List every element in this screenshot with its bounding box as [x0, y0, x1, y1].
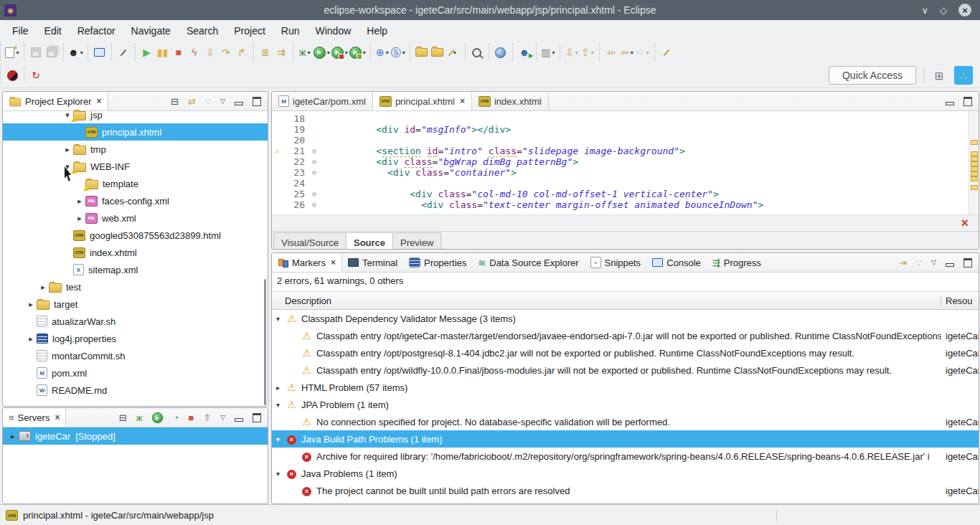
menu-file[interactable]: File — [4, 22, 37, 39]
tree-item-test[interactable]: ▸test — [3, 278, 268, 295]
tree-item-googled530875563d23899-html[interactable]: googled530875563d23899.html — [3, 227, 268, 244]
annotation-mark[interactable] — [971, 171, 978, 176]
web-browser-button[interactable] — [494, 44, 508, 60]
marker-row-4[interactable]: ▸⚠HTML Problem (57 items) — [272, 379, 979, 396]
marker-row-8[interactable]: ×Archive for required library: '/home/fa… — [272, 448, 979, 465]
page-tab-preview[interactable]: Preview — [392, 232, 441, 250]
tree-collapsed-icon[interactable]: ▸ — [25, 300, 37, 309]
marker-row-5[interactable]: ▾⚠JPA Problem (1 item) — [272, 396, 979, 413]
stop-server-icon[interactable]: ■ — [188, 413, 194, 422]
tree-item-faces-config-xml[interactable]: ▸faces-config.xml — [3, 192, 268, 209]
start-server-icon[interactable]: ▶ — [152, 412, 163, 422]
column-description[interactable]: Description — [272, 295, 941, 306]
next-annotation-dropdown-icon[interactable]: ▾ — [575, 49, 578, 56]
tree-collapsed-icon[interactable]: ▸ — [74, 214, 85, 223]
tree-item-readme-md[interactable]: WREADME.md — [3, 382, 268, 399]
import-button[interactable] — [415, 44, 429, 60]
forward-button[interactable]: ⇨▾ — [636, 44, 650, 60]
web-service-explorer-button[interactable]: ☻▶ — [517, 44, 532, 60]
pin-editor-button[interactable] — [659, 44, 674, 60]
correlate-icon[interactable]: ⇥ — [899, 258, 907, 268]
code-editor[interactable]: 1819 <div id="msgInfo"></div>20⚠21⊖ <sec… — [272, 111, 979, 214]
last-edit-location-button[interactable]: ⇦ — [604, 44, 618, 60]
column-layout-button[interactable]: ▥▾ — [541, 44, 555, 60]
tab-progress[interactable]: ⇶Progress — [707, 253, 767, 272]
tree-collapsed-icon[interactable]: ▸ — [25, 334, 37, 344]
menu-run[interactable]: Run — [273, 22, 308, 39]
fold-icon[interactable]: ⊖ — [308, 156, 320, 167]
tree-collapsed-icon[interactable]: ▸ — [37, 283, 49, 292]
open-console-button[interactable] — [93, 44, 107, 60]
menu-edit[interactable]: Edit — [37, 22, 70, 39]
coverage-button[interactable]: ▶▾ — [331, 44, 348, 60]
close-icon[interactable]: × — [55, 412, 60, 422]
server-item-igetecar[interactable]: ▸igeteCar[Stopped] — [3, 427, 268, 445]
fold-icon[interactable]: ⊖ — [308, 189, 320, 199]
debug-server-icon[interactable]: ж — [136, 413, 143, 422]
fold-icon[interactable]: ⊖ — [308, 146, 320, 156]
step-return-button[interactable]: ↱ — [235, 44, 249, 60]
view-menu-icon[interactable]: ▽ — [931, 260, 936, 266]
tab-terminal[interactable]: Terminal — [342, 253, 403, 272]
view-menu-icon[interactable]: ▽ — [220, 98, 225, 105]
tree-item-target[interactable]: ▸target — [3, 295, 268, 313]
tree-collapsed-icon[interactable]: ▸ — [7, 432, 19, 441]
view-menu-icon[interactable]: ▽ — [220, 415, 225, 421]
focus-icon[interactable]: ∵ — [916, 258, 922, 268]
page-tab-source[interactable]: Source — [346, 232, 393, 250]
back-dropdown-icon[interactable]: ▾ — [631, 49, 633, 56]
marker-row-9[interactable]: ▾×Java Problems (1 item) — [272, 465, 979, 482]
save-all-button[interactable] — [44, 44, 59, 60]
focus-icon[interactable]: ∵ — [205, 97, 211, 106]
account-button[interactable]: ☻▾ — [68, 44, 83, 60]
annotation-mark[interactable] — [971, 140, 978, 145]
tree-item-web-inf[interactable]: ▾WEB-INF — [3, 158, 268, 175]
back-button[interactable]: ⇦▾ — [620, 44, 634, 60]
use-step-filters-button[interactable]: ⇉ — [274, 44, 288, 60]
profile-server-icon[interactable]: ◔ — [173, 413, 179, 422]
profile-button[interactable]: ▶▾ — [349, 44, 366, 60]
close-icon[interactable]: × — [331, 257, 336, 268]
marker-row-1[interactable]: ⚠Classpath entry /opt/igeteCar-master/ta… — [272, 327, 979, 344]
column-resource[interactable]: Resou — [941, 295, 979, 306]
step-over-button[interactable]: ↷ — [219, 44, 233, 60]
collapse-all-icon[interactable]: ⊟ — [119, 413, 127, 422]
tab-servers[interactable]: ≡ Servers × — [3, 408, 66, 427]
minimize-view-icon[interactable] — [946, 263, 954, 267]
menu-window[interactable]: Window — [308, 22, 359, 39]
tree-expanded-icon[interactable]: ▾ — [276, 435, 286, 443]
tree-item-montarcommit-sh[interactable]: montarCommit.sh — [3, 347, 268, 364]
menu-help[interactable]: Help — [359, 22, 395, 39]
tree-collapsed-icon[interactable]: ▸ — [74, 197, 85, 206]
menu-refactor[interactable]: Refactor — [70, 22, 123, 39]
maximize-view-icon[interactable] — [963, 258, 972, 268]
tab-project-explorer[interactable]: Project Explorer × — [3, 92, 108, 110]
previous-annotation-dropdown-icon[interactable]: ▾ — [591, 49, 594, 56]
tab-snippets[interactable]: ≡Snippets — [585, 253, 647, 272]
menu-project[interactable]: Project — [226, 22, 273, 39]
drop-to-frame-button[interactable]: ≣ — [258, 44, 273, 60]
tab-console[interactable]: Console — [646, 253, 707, 272]
profile-dropdown-icon[interactable]: ▾ — [363, 49, 366, 56]
run-dropdown-icon[interactable]: ▾ — [327, 49, 330, 56]
marker-row-10[interactable]: ×The project cannot be built until build… — [272, 482, 979, 499]
bookmark-pen-button[interactable]: ▾ — [446, 44, 461, 60]
collapse-all-icon[interactable]: ⊟ — [171, 97, 179, 106]
annotation-mark[interactable] — [971, 185, 978, 190]
tree-expanded-icon[interactable]: ▾ — [276, 401, 286, 409]
jboss-central-button[interactable] — [5, 67, 19, 83]
tree-item-template[interactable]: template — [3, 175, 268, 192]
tree-collapsed-icon[interactable]: ▸ — [276, 384, 286, 392]
marker-row-0[interactable]: ▾⚠Classpath Dependency Validator Message… — [272, 310, 979, 327]
scrollbar[interactable] — [264, 279, 266, 405]
new-wizard-button[interactable]: ▾ — [5, 44, 19, 60]
minimize-view-icon[interactable] — [946, 102, 954, 105]
new-web-wizard-button[interactable]: ⊕▾ — [375, 44, 390, 60]
terminate-button[interactable]: ■ — [171, 44, 186, 60]
web-service-wizard-dropdown-icon[interactable]: ▾ — [402, 49, 405, 56]
fold-icon[interactable]: ⊖ — [308, 167, 320, 178]
javaee-perspective-button[interactable]: ∴ — [954, 66, 973, 85]
window-close-icon[interactable]: × — [958, 4, 971, 16]
page-tab-visual-source[interactable]: Visual/Source — [273, 232, 347, 250]
forward-dropdown-icon[interactable]: ▾ — [646, 49, 649, 56]
